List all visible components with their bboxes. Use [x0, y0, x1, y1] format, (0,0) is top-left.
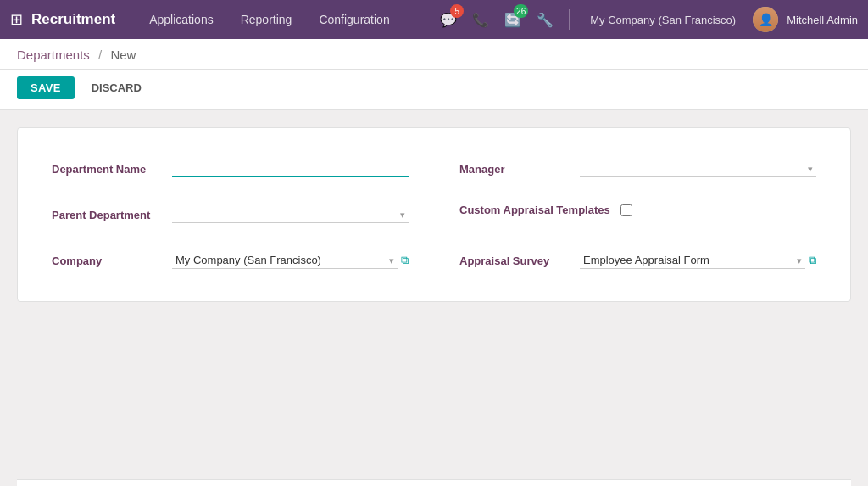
company-select[interactable]: My Company (San Francisco)	[172, 252, 398, 269]
grid-icon[interactable]: ⊞	[10, 10, 23, 29]
company-select-wrapper: My Company (San Francisco)	[172, 252, 398, 269]
activity-badge: 26	[514, 4, 528, 18]
breadcrumb-separator: /	[98, 47, 102, 62]
activity-icon-btn[interactable]: 🔄 26	[501, 8, 525, 31]
company-external-link[interactable]: ⧉	[401, 254, 409, 267]
nav-reporting[interactable]: Reporting	[227, 0, 306, 39]
custom-appraisal-row: Custom Appraisal Templates	[459, 199, 816, 230]
content-area: Department Name Parent Department	[0, 110, 868, 479]
department-name-label: Department Name	[52, 163, 162, 176]
form-right-column: Manager Custom Appraisal Templates	[459, 154, 816, 276]
appraisal-survey-label: Appraisal Survey	[459, 254, 570, 267]
company-name: My Company (San Francisco)	[581, 14, 744, 26]
company-label: Company	[52, 254, 162, 267]
parent-department-label: Parent Department	[52, 209, 162, 221]
nav-divider	[569, 9, 570, 30]
chatter-toolbar: Send message Log note 📎 0 Follow 👤 0	[17, 480, 851, 486]
manager-select-wrapper	[580, 160, 816, 177]
parent-department-select[interactable]	[172, 206, 409, 223]
breadcrumb-parent[interactable]: Departments	[17, 47, 90, 62]
department-name-input[interactable]	[172, 160, 409, 177]
department-name-row: Department Name	[52, 154, 409, 184]
user-avatar[interactable]: 👤	[753, 7, 778, 32]
phone-icon-btn[interactable]: 📞	[469, 8, 492, 31]
manager-select[interactable]	[580, 160, 816, 177]
department-form-card: Department Name Parent Department	[17, 127, 851, 302]
form-toolbar: SAVE DISCARD	[0, 70, 868, 110]
appraisal-survey-select-wrapper: Employee Appraisal Form	[580, 252, 805, 269]
manager-row: Manager	[459, 154, 816, 184]
chat-badge: 5	[450, 4, 464, 18]
topnav-actions: 💬 5 📞 🔄 26 🔧 My Company (San Francisco) …	[437, 7, 858, 32]
appraisal-survey-row: Appraisal Survey Employee Appraisal Form…	[459, 245, 816, 276]
parent-department-select-wrapper	[172, 206, 409, 223]
chatter-area: Send message Log note 📎 0 Follow 👤 0 Tod…	[17, 479, 851, 486]
custom-appraisal-label: Custom Appraisal Templates	[459, 203, 610, 218]
discard-button[interactable]: DISCARD	[81, 76, 152, 99]
nav-applications[interactable]: Applications	[136, 0, 227, 39]
breadcrumb-current: New	[110, 47, 136, 62]
topnav-menu: Applications Reporting Configuration	[136, 0, 437, 39]
parent-department-row: Parent Department	[52, 199, 409, 230]
breadcrumb-bar: Departments / New	[0, 39, 868, 70]
manager-label: Manager	[459, 163, 570, 176]
company-row: Company My Company (San Francisco) ⧉	[52, 245, 409, 276]
appraisal-survey-select[interactable]: Employee Appraisal Form	[580, 252, 805, 269]
company-value-wrapper: My Company (San Francisco) ⧉	[172, 252, 409, 269]
custom-appraisal-checkbox[interactable]	[620, 204, 632, 216]
phone-icon: 📞	[472, 12, 489, 28]
save-button[interactable]: SAVE	[17, 76, 75, 99]
form-grid: Department Name Parent Department	[52, 154, 816, 276]
wrench-icon: 🔧	[537, 12, 554, 28]
form-left-column: Department Name Parent Department	[52, 154, 409, 276]
username-label: Mitchell Admin	[787, 14, 858, 26]
app-brand: Recruitment	[31, 11, 115, 28]
appraisal-survey-external-link[interactable]: ⧉	[809, 254, 816, 267]
breadcrumb: Departments / New	[17, 47, 136, 62]
page-wrapper: ⊞ Recruitment Applications Reporting Con…	[0, 0, 868, 486]
topnav: ⊞ Recruitment Applications Reporting Con…	[0, 0, 868, 39]
nav-configuration[interactable]: Configuration	[305, 0, 403, 39]
appraisal-survey-value-wrapper: Employee Appraisal Form ⧉	[580, 252, 816, 269]
avatar-face: 👤	[753, 7, 778, 32]
settings-icon-btn[interactable]: 🔧	[533, 8, 557, 31]
chat-icon-btn[interactable]: 💬 5	[437, 8, 460, 31]
